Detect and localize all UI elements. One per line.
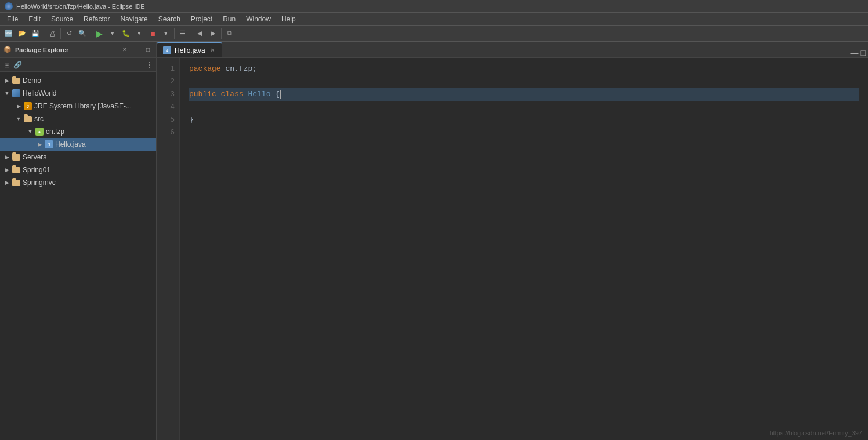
tree-arrow-spring01: ▶ [2, 165, 12, 174]
tree-label-src: src [34, 115, 44, 123]
tree-arrow-servers: ▶ [2, 152, 12, 162]
toolbar-sep-5 [191, 28, 191, 39]
panel-maximize-btn[interactable]: □ [143, 45, 153, 54]
menu-file[interactable]: File [2, 14, 23, 24]
toolbar-sep-3 [91, 28, 91, 39]
tree-item-jre[interactable]: ▶ J JRE System Library [JavaSE-... [0, 100, 156, 112]
toolbar-perspective-btn[interactable]: ⧉ [223, 27, 236, 40]
tree-arrow-helloworld: ▼ [2, 89, 12, 98]
tree-label-springmvc: Springmvc [23, 179, 56, 187]
tree-label-jre: JRE System Library [JavaSE-... [34, 102, 132, 110]
toolbar-print-btn[interactable]: 🖨 [46, 27, 59, 40]
tree-icon-servers [12, 152, 21, 162]
package-explorer-panel: 📦 Package Explorer ✕ — □ ⊟ 🔗 ⋮ ▶ Demo [0, 42, 157, 440]
menu-edit[interactable]: Edit [24, 14, 45, 24]
editor-tab-hellojava[interactable]: J Hello.java ✕ [157, 42, 222, 57]
tab-close-hellojava[interactable]: ✕ [209, 47, 216, 54]
tab-icon-hellojava: J [163, 46, 171, 54]
toolbar-sep-4 [174, 28, 175, 39]
code-line-5: } [189, 114, 859, 126]
menu-help[interactable]: Help [277, 14, 301, 24]
tree-label-helloworld: HelloWorld [23, 89, 56, 97]
watermark-text: https://blog.csdn.net/Enmity_397 [769, 430, 862, 437]
tree-icon-springmvc [12, 178, 21, 187]
editor-panel: J Hello.java ✕ — □ 1 2 3 4 5 6 [157, 42, 868, 440]
panel-minimize-btn[interactable]: — [132, 45, 141, 54]
code-line-1: package cn.fzp; [189, 63, 859, 75]
code-line-2 [189, 75, 859, 88]
tree-item-hellojava[interactable]: ▶ J Hello.java [0, 138, 156, 151]
toolbar-new-btn[interactable]: 🆕 [2, 27, 15, 40]
toolbar-sep-2 [60, 28, 61, 39]
tree-arrow-jre: ▶ [14, 101, 23, 111]
tree-label-cnfzp: cn.fzp [46, 128, 64, 136]
panel-toolbar: ⊟ 🔗 ⋮ [0, 58, 156, 72]
menu-run[interactable]: Run [218, 14, 240, 24]
toolbar-refresh-btn[interactable]: ↺ [63, 27, 75, 40]
tree-icon-helloworld [12, 89, 21, 98]
toolbar-sep-6 [221, 28, 222, 39]
toolbar-search-btn[interactable]: 🔍 [76, 27, 89, 40]
watermark: https://blog.csdn.net/Enmity_397 [769, 430, 862, 437]
tree-item-demo[interactable]: ▶ Demo [0, 74, 156, 87]
toolbar-stop-dropdown[interactable]: ▾ [160, 27, 172, 40]
menu-refactor[interactable]: Refactor [79, 14, 114, 24]
tree-item-cnfzp[interactable]: ▼ ● cn.fzp [0, 125, 156, 138]
tree-item-springmvc[interactable]: ▶ Springmvc [0, 176, 156, 189]
code-line-4 [189, 101, 859, 114]
tree-icon-demo [12, 76, 21, 85]
toolbar-debug-dropdown[interactable]: ▾ [133, 27, 146, 40]
tree-item-helloworld[interactable]: ▼ HelloWorld [0, 87, 156, 100]
tree-label-servers: Servers [23, 153, 46, 161]
code-line-6 [189, 126, 859, 139]
toolbar-open-btn[interactable]: 📂 [16, 27, 28, 40]
tree-icon-cnfzp: ● [35, 127, 44, 136]
toolbar-debug-btn[interactable]: 🐛 [120, 27, 132, 40]
menu-source[interactable]: Source [46, 14, 78, 24]
tree-icon-spring01 [12, 165, 21, 174]
code-line-3: public class Hello { [189, 88, 859, 101]
toolbar-stop-btn[interactable]: ⏹ [146, 27, 159, 40]
editor-maximize-btn[interactable]: □ [861, 48, 866, 57]
tree-icon-hellojava: J [44, 140, 53, 149]
tree-item-spring01[interactable]: ▶ Spring01 [0, 163, 156, 176]
panel-menu-btn[interactable]: ⋮ [144, 60, 154, 70]
link-editor-btn[interactable]: 🔗 [13, 60, 22, 70]
title-bar: HelloWorld/src/cn/fzp/Hello.java - Eclip… [0, 0, 868, 13]
editor-minimize-btn[interactable]: — [851, 48, 859, 57]
menu-project[interactable]: Project [186, 14, 217, 24]
toolbar-back-btn[interactable]: ◀ [193, 27, 206, 40]
toolbar: 🆕 📂 💾 🖨 ↺ 🔍 ▶ ▾ 🐛 ▾ ⏹ ▾ ☰ ◀ ▶ ⧉ [0, 26, 868, 42]
editor-tabs: J Hello.java ✕ — □ [157, 42, 868, 58]
menu-window[interactable]: Window [241, 14, 276, 24]
menu-navigate[interactable]: Navigate [115, 14, 152, 24]
toolbar-tasks-btn[interactable]: ☰ [176, 27, 189, 40]
package-explorer-title: Package Explorer [15, 46, 118, 53]
package-explorer-icon: 📦 [3, 46, 12, 53]
tree-item-servers[interactable]: ▶ Servers [0, 151, 156, 163]
tree-label-demo: Demo [23, 77, 41, 85]
tree-label-hellojava: Hello.java [55, 140, 86, 148]
menu-search[interactable]: Search [154, 14, 185, 24]
tree-arrow-springmvc: ▶ [2, 178, 12, 187]
package-explorer-header: 📦 Package Explorer ✕ — □ [0, 42, 156, 58]
tree-icon-jre: J [23, 101, 32, 111]
menu-bar: File Edit Source Refactor Navigate Searc… [0, 13, 868, 26]
main-area: 📦 Package Explorer ✕ — □ ⊟ 🔗 ⋮ ▶ Demo [0, 42, 868, 440]
code-editor[interactable]: 1 2 3 4 5 6 package cn.fzp; public class… [157, 58, 868, 440]
toolbar-forward-btn[interactable]: ▶ [207, 27, 219, 40]
window-title: HelloWorld/src/cn/fzp/Hello.java - Eclip… [16, 3, 145, 10]
line-numbers: 1 2 3 4 5 6 [157, 58, 180, 440]
file-tree: ▶ Demo ▼ HelloWorld ▶ J JRE Sy [0, 72, 156, 440]
tree-label-spring01: Spring01 [23, 166, 50, 174]
collapse-all-btn[interactable]: ⊟ [2, 60, 12, 70]
toolbar-save-btn[interactable]: 💾 [29, 27, 42, 40]
toolbar-run-btn[interactable]: ▶ [93, 27, 106, 40]
tree-item-src[interactable]: ▼ src [0, 112, 156, 125]
editor-window-controls: — □ [848, 48, 868, 57]
panel-close-btn[interactable]: ✕ [120, 45, 129, 54]
code-content[interactable]: package cn.fzp; public class Hello { } [180, 58, 868, 440]
toolbar-run-dropdown[interactable]: ▾ [106, 27, 119, 40]
tab-label-hellojava: Hello.java [175, 46, 205, 54]
tree-arrow-hellojava: ▶ [35, 140, 44, 149]
